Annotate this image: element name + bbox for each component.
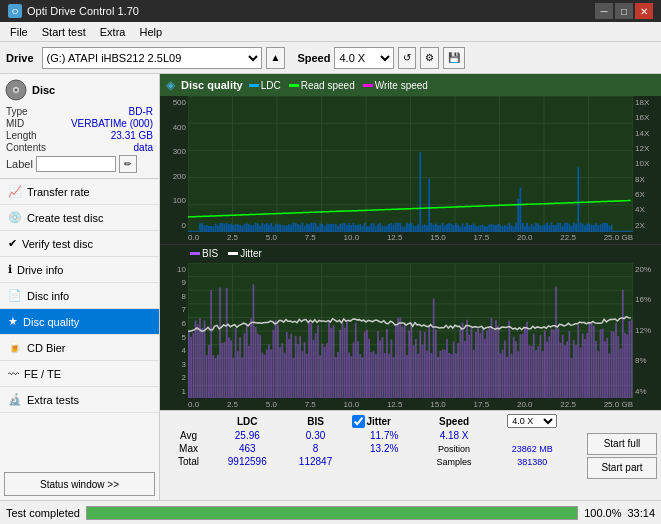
progress-bar-fill bbox=[87, 507, 577, 519]
drive-info-icon: ℹ bbox=[8, 263, 12, 276]
stats-avg-speed: 4.18 X bbox=[421, 429, 487, 442]
progress-percent: 100.0% bbox=[584, 507, 621, 519]
disc-length-label: Length bbox=[6, 130, 37, 141]
transfer-rate-label: Transfer rate bbox=[27, 186, 90, 198]
stats-avg-bis: 0.30 bbox=[284, 429, 348, 442]
maximize-button[interactable]: □ bbox=[615, 3, 633, 19]
start-part-button[interactable]: Start part bbox=[587, 457, 657, 479]
sidebar-item-extra-tests[interactable]: 🔬 Extra tests bbox=[0, 387, 159, 413]
top-chart bbox=[188, 96, 633, 232]
stats-max-bis: 8 bbox=[284, 442, 348, 455]
sidebar-item-verify-test-disc[interactable]: ✔ Verify test disc bbox=[0, 231, 159, 257]
top-chart-container: 500 400 300 200 100 0 18X 16X 14X 1 bbox=[160, 96, 661, 245]
content-title: Disc quality bbox=[181, 79, 243, 91]
disc-icon bbox=[4, 78, 28, 102]
legend-bis-dot bbox=[190, 252, 200, 255]
legend-jitter-label: Jitter bbox=[240, 248, 262, 259]
menu-help[interactable]: Help bbox=[133, 25, 168, 39]
menu-bar: File Start test Extra Help bbox=[0, 22, 661, 42]
top-chart-y-axis-right: 18X 16X 14X 12X 10X 8X 6X 4X 2X bbox=[633, 96, 661, 232]
start-full-button[interactable]: Start full bbox=[587, 433, 657, 455]
disc-label-edit-button[interactable]: ✏ bbox=[119, 155, 137, 173]
fe-te-label: FE / TE bbox=[24, 368, 61, 380]
disc-mid-value: VERBATIMe (000) bbox=[71, 118, 153, 129]
drive-select[interactable]: (G:) ATAPI iHBS212 2.5L09 bbox=[42, 47, 262, 69]
sidebar: Disc Type BD-R MID VERBATIMe (000) Lengt… bbox=[0, 74, 160, 500]
sidebar-item-disc-info[interactable]: 📄 Disc info bbox=[0, 283, 159, 309]
disc-info-icon: 📄 bbox=[8, 289, 22, 302]
disc-type-label: Type bbox=[6, 106, 28, 117]
menu-start-test[interactable]: Start test bbox=[36, 25, 92, 39]
options-button[interactable]: ⚙ bbox=[420, 47, 439, 69]
status-text: Test completed bbox=[6, 507, 80, 519]
stats-avg-extra bbox=[487, 429, 577, 442]
save-button[interactable]: 💾 bbox=[443, 47, 465, 69]
disc-contents-value: data bbox=[134, 142, 153, 153]
jitter-check-label[interactable]: Jitter bbox=[352, 415, 417, 428]
top-chart-x-axis: 0.0 2.5 5.0 7.5 10.0 12.5 15.0 17.5 20.0… bbox=[160, 232, 661, 244]
col-header-jitter: Jitter bbox=[348, 413, 421, 429]
speed-label: Speed bbox=[297, 52, 330, 64]
speed-select[interactable]: 4.0 X bbox=[334, 47, 394, 69]
title-bar-controls[interactable]: ─ □ ✕ bbox=[595, 3, 653, 19]
menu-file[interactable]: File bbox=[4, 25, 34, 39]
sidebar-item-transfer-rate[interactable]: 📈 Transfer rate bbox=[0, 179, 159, 205]
stats-total-bis: 112847 bbox=[284, 455, 348, 468]
disc-type-value: BD-R bbox=[129, 106, 153, 117]
bottom-chart-y-axis-left: 10 9 8 7 6 5 4 3 2 1 bbox=[160, 263, 188, 399]
close-button[interactable]: ✕ bbox=[635, 3, 653, 19]
top-chart-canvas bbox=[188, 96, 633, 232]
stats-max-label: Max bbox=[166, 442, 211, 455]
disc-title: Disc bbox=[32, 84, 55, 96]
jitter-checkbox[interactable] bbox=[352, 415, 365, 428]
extra-tests-label: Extra tests bbox=[27, 394, 79, 406]
refresh-button[interactable]: ↺ bbox=[398, 47, 416, 69]
nav-items: 📈 Transfer rate 💿 Create test disc ✔ Ver… bbox=[0, 179, 159, 468]
col-header-speed-select: 4.0 X bbox=[487, 413, 577, 429]
col-header-empty bbox=[166, 413, 211, 429]
disc-info-label: Disc info bbox=[27, 290, 69, 302]
status-time: 33:14 bbox=[627, 507, 655, 519]
speed-select-stats[interactable]: 4.0 X bbox=[507, 414, 557, 428]
content-area: ◈ Disc quality LDC Read speed Write spee… bbox=[160, 74, 661, 500]
legend-write-speed: Write speed bbox=[363, 80, 428, 91]
stats-max-jitter: 13.2% bbox=[348, 442, 421, 455]
cd-bier-icon: 🍺 bbox=[8, 341, 22, 354]
bottom-chart-x-axis: 0.0 2.5 5.0 7.5 10.0 12.5 15.0 17.5 20.0… bbox=[160, 398, 661, 410]
sidebar-item-fe-te[interactable]: 〰 FE / TE bbox=[0, 361, 159, 387]
drive-info-label: Drive info bbox=[17, 264, 63, 276]
disc-label-input[interactable] bbox=[36, 156, 116, 172]
stats-max-ldc: 463 bbox=[211, 442, 284, 455]
verify-test-disc-label: Verify test disc bbox=[22, 238, 93, 250]
svg-point-2 bbox=[15, 89, 18, 92]
legend-bis: BIS bbox=[190, 248, 218, 259]
sidebar-item-drive-info[interactable]: ℹ Drive info bbox=[0, 257, 159, 283]
disc-panel: Disc Type BD-R MID VERBATIMe (000) Lengt… bbox=[0, 74, 159, 179]
stats-data-table: LDC BIS Jitter Speed bbox=[166, 413, 577, 468]
verify-test-disc-icon: ✔ bbox=[8, 237, 17, 250]
stats-avg-label: Avg bbox=[166, 429, 211, 442]
disc-contents-row: Contents data bbox=[4, 142, 155, 153]
status-window-button[interactable]: Status window >> bbox=[4, 472, 155, 496]
stats-position-label: Position bbox=[421, 442, 487, 455]
sidebar-item-create-test-disc[interactable]: 💿 Create test disc bbox=[0, 205, 159, 231]
legend-read-speed-dot bbox=[289, 84, 299, 87]
stats-total-label: Total bbox=[166, 455, 211, 468]
menu-extra[interactable]: Extra bbox=[94, 25, 132, 39]
eject-button[interactable]: ▲ bbox=[266, 47, 286, 69]
legend-ldc: LDC bbox=[249, 80, 281, 91]
bottom-chart-container: 10 9 8 7 6 5 4 3 2 1 20 bbox=[160, 263, 661, 411]
action-buttons: Start full Start part bbox=[583, 411, 661, 500]
sidebar-item-disc-quality[interactable]: ★ Disc quality bbox=[0, 309, 159, 335]
disc-quality-label: Disc quality bbox=[23, 316, 79, 328]
disc-label-label: Label bbox=[6, 158, 33, 170]
sidebar-item-cd-bier[interactable]: 🍺 CD Bier bbox=[0, 335, 159, 361]
stats-avg-jitter: 11.7% bbox=[348, 429, 421, 442]
minimize-button[interactable]: ─ bbox=[595, 3, 613, 19]
title-bar-text: Opti Drive Control 1.70 bbox=[27, 5, 139, 17]
stats-max-row: Max 463 8 13.2% Position 23862 MB bbox=[166, 442, 577, 455]
legend-write-speed-dot bbox=[363, 84, 373, 87]
disc-quality-icon: ★ bbox=[8, 315, 18, 328]
bottom-chart-inner: 10 9 8 7 6 5 4 3 2 1 20 bbox=[160, 263, 661, 399]
drive-label: Drive bbox=[6, 52, 34, 64]
